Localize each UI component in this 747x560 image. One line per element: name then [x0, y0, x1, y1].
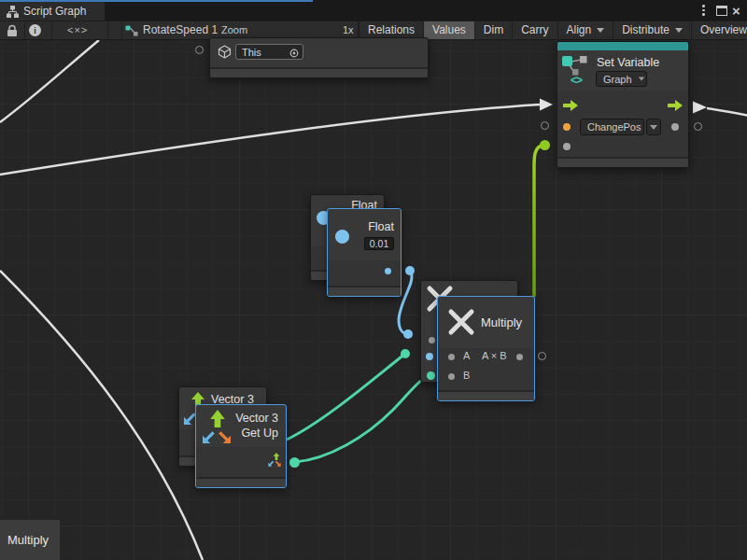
window-close-button[interactable]: ×: [732, 3, 740, 18]
multiply-tooltip: Multiply: [0, 520, 60, 560]
vector3-downleft-icon: [203, 430, 216, 443]
gameobject-field[interactable]: This: [235, 44, 303, 60]
port-out-label: A × B: [482, 350, 507, 361]
value-input-port[interactable]: [563, 143, 571, 150]
node-footer: [328, 286, 401, 296]
wire-multiply-to-set-variable: [534, 145, 544, 297]
port-a[interactable]: [448, 354, 455, 360]
node-subtitle: Get Up: [241, 427, 278, 440]
input-port-b[interactable]: [427, 371, 435, 380]
vector3-output-bulb[interactable]: [289, 457, 300, 468]
wire-white-bottom-left: [0, 271, 203, 560]
chevron-down-icon: [638, 77, 643, 81]
chevron-down-icon: [675, 28, 683, 33]
script-machine-icon: [125, 25, 138, 36]
flow-input-port[interactable]: [563, 100, 578, 111]
toolbar-separator: [121, 21, 122, 40]
wire-vector3-to-multiply-a: [287, 354, 405, 440]
wire-flow-out-of-set-variable: [707, 108, 747, 116]
toolbar-separator: [107, 21, 108, 40]
multiply-node[interactable]: Multiply A A × B B: [437, 296, 535, 401]
variable-name-dropdown-caret[interactable]: [646, 119, 661, 135]
cube-icon: [218, 45, 232, 59]
multiply-icon: [447, 308, 475, 336]
port-result[interactable]: [516, 354, 523, 360]
port-indicator-circle: [538, 352, 546, 360]
dim-button[interactable]: Dim: [474, 21, 512, 39]
unity-visual-scripting-window: { "window": { "tab": { "title": "Script …: [0, 0, 747, 560]
wire-white-top-left: [0, 40, 99, 122]
align-dropdown[interactable]: Align: [557, 21, 613, 39]
lime-wire-end-bulb: [540, 140, 550, 150]
window-maximize-button[interactable]: [716, 3, 727, 18]
set-variable-node[interactable]: <> Set Variable Graph ChangePos: [557, 41, 689, 168]
window-menu-button[interactable]: [702, 3, 705, 18]
toolbar-separator: [51, 21, 52, 40]
variable-name-port[interactable]: [563, 123, 571, 131]
tab-script-graph[interactable]: Script Graph: [0, 2, 105, 21]
port-a-label: A: [463, 350, 470, 361]
tab-title: Script Graph: [23, 5, 86, 18]
node-footer: [438, 390, 534, 400]
object-picker-icon[interactable]: [289, 49, 299, 58]
port-indicator-circle: [195, 46, 204, 54]
node-title: Float: [368, 220, 394, 233]
float-output-port[interactable]: [385, 268, 391, 274]
lock-icon[interactable]: [7, 24, 18, 37]
node-footer: [557, 157, 688, 167]
menu-dots-icon: [702, 5, 705, 16]
port-indicator-circle: [694, 122, 702, 131]
graph-canvas[interactable]: This <> Set Variable Graph: [0, 40, 747, 560]
chevron-down-icon: [650, 125, 657, 130]
port-b-label: B: [463, 370, 470, 381]
distribute-dropdown[interactable]: Distribute: [613, 21, 691, 39]
teal-wire-end-bulb: [401, 349, 410, 358]
flow-arrowhead-out: [693, 102, 707, 114]
node-title: Set Variable: [597, 56, 659, 69]
vector3-get-up-node[interactable]: Vector 3 Get Up: [195, 404, 287, 488]
node-footer: [196, 477, 286, 487]
toolbar-separator: [24, 21, 25, 40]
values-button[interactable]: Values: [423, 21, 474, 39]
flow-arrowhead-in: [540, 99, 553, 111]
flow-output-port[interactable]: [668, 100, 683, 111]
float-value-field[interactable]: 0.01: [364, 237, 394, 250]
input-port-a[interactable]: [426, 353, 433, 360]
carry-button[interactable]: Carry: [512, 21, 557, 39]
blue-wire-start-bulb: [405, 266, 415, 275]
chevron-down-icon: [597, 28, 604, 33]
this-node[interactable]: This: [209, 37, 429, 78]
vector3-up-icon: [210, 410, 225, 427]
close-icon: ×: [732, 4, 740, 18]
maximize-icon: [716, 6, 727, 16]
variable-kind-glyph: <>: [571, 74, 582, 87]
node-title: Multiply: [481, 315, 522, 329]
info-icon[interactable]: i: [29, 24, 41, 36]
code-preview-toggle[interactable]: <×>: [67, 21, 88, 39]
variable-kind-dropdown[interactable]: Graph: [596, 71, 647, 87]
port-indicator-circle: [541, 121, 549, 130]
vector3-output-icon: [267, 453, 282, 468]
vector3-downright-icon: [218, 430, 231, 443]
port-b[interactable]: [448, 373, 455, 380]
overview-button[interactable]: Overview: [691, 21, 747, 39]
variable-output-port[interactable]: [671, 123, 679, 131]
wire-flow-into-set-variable: [0, 105, 540, 175]
float-icon: [335, 230, 349, 244]
graph-icon: [7, 6, 19, 18]
variable-accent-bar: [557, 42, 688, 50]
input-port[interactable]: [429, 337, 435, 343]
node-footer: [210, 67, 428, 77]
graph-name: RotateSpeed 1: [143, 21, 218, 39]
node-title: Vector 3: [235, 412, 278, 425]
variable-name-dropdown[interactable]: ChangePos: [580, 119, 644, 135]
tab-bar: Script Graph ×: [0, 0, 747, 21]
float-node[interactable]: Float 0.01: [327, 208, 402, 297]
blue-wire-end-bulb: [403, 329, 413, 339]
